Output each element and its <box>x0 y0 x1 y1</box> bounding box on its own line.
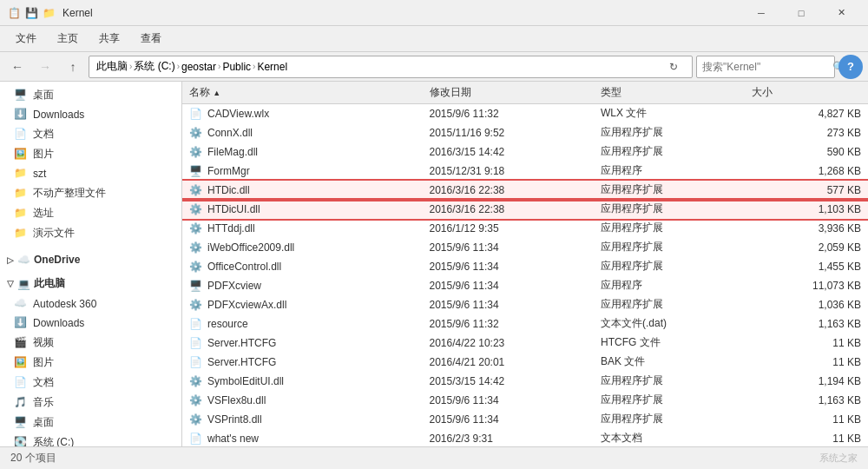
search-input[interactable] <box>702 61 832 73</box>
table-row[interactable]: ⚙️ HTTddj.dll2016/1/12 9:35应用程序扩展3,936 K… <box>182 219 868 238</box>
demo-icon: 📁 <box>14 227 28 241</box>
onedrive-header[interactable]: ▷ ☁️ OneDrive <box>0 250 181 269</box>
file-size: 11 KB <box>745 353 868 372</box>
sep2: › <box>177 62 180 71</box>
table-row[interactable]: 📄 Server.HTCFG2016/4/22 10:23HTCFG 文件11 … <box>182 334 868 353</box>
sidebar-label-documents: 文档 <box>33 127 54 142</box>
menu-share[interactable]: 共享 <box>90 28 128 50</box>
col-date[interactable]: 修改日期 <box>423 82 595 104</box>
file-size: 11 KB <box>745 334 868 353</box>
file-name: ⚙️ FileMag.dll <box>182 142 423 162</box>
sep1: › <box>129 62 132 71</box>
table-row[interactable]: ⚙️ SymbolEditUI.dll2015/3/15 14:42应用程序扩展… <box>182 372 868 391</box>
breadcrumb-geostar[interactable]: geostar <box>181 61 216 73</box>
table-row[interactable]: ⚙️ ConnX.dll2015/11/16 9:52应用程序扩展273 KB <box>182 123 868 142</box>
help-button[interactable]: ? <box>838 55 863 79</box>
watermark: 系统之家 <box>819 452 858 465</box>
table-row[interactable]: 📄 Server.HTCFG2016/4/21 20:01BAK 文件11 KB <box>182 353 868 372</box>
file-type: WLX 文件 <box>594 104 745 123</box>
sidebar-item-desktop[interactable]: 🖥️ 桌面 <box>0 85 181 105</box>
sidebar-item-downloads2[interactable]: ⬇️ Downloads <box>0 314 181 333</box>
file-icon: 📄 <box>189 356 202 368</box>
file-date: 2015/9/6 11:34 <box>423 276 595 295</box>
file-name: 🖥️ PDFXcview <box>182 276 423 295</box>
title-bar-icons: 📋 💾 📁 <box>7 6 56 20</box>
sidebar-item-drive-c[interactable]: 💽 系统 (C:) <box>0 433 181 446</box>
sidebar-item-pictures2[interactable]: 🖼️ 图片 <box>0 353 181 373</box>
file-type: 应用程序 <box>594 276 745 295</box>
search-box[interactable]: 🔍 <box>696 56 835 78</box>
sidebar-item-documents[interactable]: 📄 文档 <box>0 124 181 144</box>
downloads-icon: ⬇️ <box>14 108 28 122</box>
table-row[interactable]: ⚙️ FileMag.dll2016/3/15 14:42应用程序扩展590 K… <box>182 142 868 162</box>
sidebar-item-pictures[interactable]: 🖼️ 图片 <box>0 144 181 164</box>
table-row[interactable]: ⚙️ VSPrint8.dll2015/9/6 11:34应用程序扩展11 KB <box>182 410 868 429</box>
back-button[interactable]: ← <box>5 55 30 79</box>
table-row[interactable]: 📄 CADView.wlx2015/9/6 11:32WLX 文件4,827 K… <box>182 104 868 123</box>
breadcrumb-pc[interactable]: 此电脑 <box>96 59 128 74</box>
address-bar[interactable]: 此电脑 › 系统 (C:) › geostar › Public › Kerne… <box>89 56 693 78</box>
file-icon: ⚙️ <box>189 413 202 426</box>
sidebar-item-music[interactable]: 🎵 音乐 <box>0 393 181 413</box>
file-type: 应用程序扩展 <box>594 372 745 391</box>
col-name[interactable]: 名称 ▲ <box>182 82 423 104</box>
file-icon: 📄 <box>189 337 202 349</box>
sidebar-item-autodesk[interactable]: ☁️ Autodesk 360 <box>0 294 181 314</box>
forward-button[interactable]: → <box>33 55 57 79</box>
table-row[interactable]: ⚙️ VSFlex8u.dll2015/9/6 11:34应用程序扩展1,163… <box>182 391 868 410</box>
table-row[interactable]: 📄 what's new2016/2/3 9:31文本文档11 KB <box>182 429 868 447</box>
file-type: 应用程序扩展 <box>594 410 745 429</box>
sidebar-item-downloads[interactable]: ⬇️ Downloads <box>0 105 181 124</box>
table-header-row: 名称 ▲ 修改日期 类型 大小 <box>182 82 868 104</box>
thispc-header[interactable]: ▽ 💻 此电脑 <box>0 273 181 294</box>
up-button[interactable]: ↑ <box>61 55 85 79</box>
col-type[interactable]: 类型 <box>594 82 745 104</box>
sidebar-item-desktop2[interactable]: 🖥️ 桌面 <box>0 413 181 433</box>
breadcrumb-kernel[interactable]: Kernel <box>257 61 287 73</box>
sidebar-label-desktop2: 桌面 <box>33 415 54 430</box>
file-size: 1,194 KB <box>745 372 868 391</box>
file-size: 4,827 KB <box>745 104 868 123</box>
video-icon: 🎬 <box>14 336 28 350</box>
file-icon: ⚙️ <box>189 375 202 387</box>
sidebar-item-demo[interactable]: 📁 演示文件 <box>0 223 181 243</box>
file-icon: ⚙️ <box>189 203 202 215</box>
title-icon-2[interactable]: 💾 <box>24 6 38 20</box>
sidebar: 🖥️ 桌面 ⬇️ Downloads 📄 文档 🖼️ 图片 📁 szt 📁 不动… <box>0 82 182 446</box>
refresh-button[interactable]: ↻ <box>662 56 685 78</box>
col-size[interactable]: 大小 <box>745 82 868 104</box>
title-icon-1[interactable]: 📋 <box>7 6 21 20</box>
title-icon-3[interactable]: 📁 <box>42 6 56 20</box>
table-row[interactable]: ⚙️ HTDicUI.dll2016/3/16 22:38应用程序扩展1,103… <box>182 200 868 219</box>
file-type: HTCFG 文件 <box>594 334 745 353</box>
table-row[interactable]: 📄 resource2015/9/6 11:32文本文件(.dat)1,163 … <box>182 314 868 334</box>
sidebar-item-video[interactable]: 🎬 视频 <box>0 333 181 353</box>
table-row[interactable]: 🖥️ FormMgr2015/12/31 9:18应用程序1,268 KB <box>182 162 868 181</box>
file-list-table: 名称 ▲ 修改日期 类型 大小 📄 CADView.wlx2015/9/6 11… <box>182 82 868 446</box>
sidebar-item-xuanzhi[interactable]: 📁 选址 <box>0 203 181 223</box>
menu-view[interactable]: 查看 <box>132 28 170 50</box>
maximize-button[interactable]: □ <box>781 0 821 26</box>
file-icon: ⚙️ <box>189 146 202 158</box>
window-title: Kernel <box>62 7 93 19</box>
file-name: 📄 Server.HTCFG <box>182 334 423 353</box>
table-row[interactable]: ⚙️ PDFXcviewAx.dll2015/9/6 11:34应用程序扩展1,… <box>182 295 868 314</box>
file-type: 应用程序 <box>594 162 745 181</box>
sep4: › <box>253 62 255 71</box>
table-row[interactable]: ⚙️ OfficeControl.dll2015/9/6 11:34应用程序扩展… <box>182 257 868 276</box>
breadcrumb-drive[interactable]: 系统 (C:) <box>134 59 174 74</box>
table-row[interactable]: ⚙️ HTDic.dll2016/3/16 22:38应用程序扩展577 KB <box>182 181 868 200</box>
help-icon: ? <box>847 60 854 73</box>
menu-home[interactable]: 主页 <box>49 28 87 50</box>
menu-file[interactable]: 文件 <box>7 28 45 50</box>
close-button[interactable]: ✕ <box>821 0 861 26</box>
table-row[interactable]: ⚙️ iWebOffice2009.dll2015/9/6 11:34应用程序扩… <box>182 238 868 257</box>
sidebar-item-szt[interactable]: 📁 szt <box>0 164 181 183</box>
sidebar-item-realestate[interactable]: 📁 不动产整理文件 <box>0 183 181 203</box>
sidebar-label-realestate: 不动产整理文件 <box>33 186 106 201</box>
sidebar-item-docs2[interactable]: 📄 文档 <box>0 373 181 393</box>
breadcrumb-public[interactable]: Public <box>222 61 251 73</box>
table-row[interactable]: 🖥️ PDFXcview2015/9/6 11:34应用程序11,073 KB <box>182 276 868 295</box>
file-type: 应用程序扩展 <box>594 200 745 219</box>
minimize-button[interactable]: ─ <box>741 0 781 26</box>
